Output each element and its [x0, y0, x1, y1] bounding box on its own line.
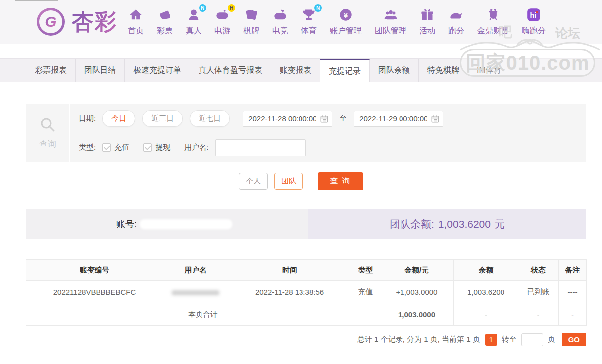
date-to-input[interactable] [354, 111, 443, 127]
nav-label: 团队管理 [375, 26, 406, 36]
tab-im-sports[interactable]: IM体育 [468, 59, 510, 82]
nav-label: 电游 [214, 26, 230, 36]
hot-badge: H [228, 4, 235, 12]
cell-status: 已到账 [518, 281, 559, 303]
nav-item-home[interactable]: 首页 [121, 8, 150, 36]
query-button[interactable]: 查 询 [318, 172, 363, 190]
nav-item-sports[interactable]: N 体育 [295, 8, 323, 36]
brand-logo-icon: G [37, 8, 65, 36]
username-input[interactable] [215, 139, 306, 156]
top-header: G 杏彩 首页 彩票 N 真人 H 电游 棋牌 电竞 N 体育 [0, 0, 602, 44]
nav-label: 嗨跑分 [522, 26, 546, 36]
team-balance-label: 团队余额: [390, 217, 434, 231]
jinding-cauldron-icon [486, 8, 500, 24]
deposit-checkbox-label: 充值 [114, 143, 129, 152]
goto-label: 转至 [502, 335, 517, 344]
goto-page-input[interactable] [521, 333, 543, 346]
nav-item-paofen[interactable]: 跑分 [442, 8, 471, 36]
hi-paofen-icon: hi [527, 8, 541, 24]
range-3days-pill[interactable]: 近三日 [142, 110, 183, 127]
tab-live-sports-pnl[interactable]: 真人体育盈亏报表 [190, 59, 271, 82]
tab-express-deposit-orders[interactable]: 极速充提订单 [125, 59, 190, 82]
go-button[interactable]: GO [562, 333, 586, 346]
paofen-rhino-icon [449, 8, 463, 24]
date-to-label: 至 [339, 114, 347, 123]
search-icon [39, 116, 56, 135]
withdraw-checkbox[interactable] [143, 143, 152, 152]
summary-label: 本页合计 [26, 303, 380, 326]
page-unit-label: 页 [548, 335, 555, 344]
report-tabbar: 彩票报表 团队日结 极速充提订单 真人体育盈亏报表 账变报表 充提记录 团队余额… [0, 58, 602, 82]
col-header-balance: 余额 [454, 260, 518, 281]
nav-item-hi-paofen[interactable]: hi 嗨跑分 [515, 8, 552, 36]
sports-trophy-icon [302, 8, 316, 24]
nav-item-account-mgmt[interactable]: ¥ 账户管理 [323, 8, 368, 36]
current-page-button[interactable]: 1 [485, 334, 497, 346]
cell-change-id: 20221128VBBBBEBCFC [26, 281, 163, 303]
live-dealer-icon [187, 8, 201, 24]
brand-logo[interactable]: G 杏彩 [37, 7, 117, 37]
lottery-ticket-icon [158, 8, 172, 24]
search-block-label: 查询 [39, 138, 56, 150]
nav-label: 电竞 [272, 26, 288, 36]
cell-time: 2022-11-28 13:38:56 [228, 281, 351, 303]
team-button[interactable]: 团队 [274, 173, 303, 190]
account-summary-bar: 账号: 团队余额: 1,003.6200 元 [26, 209, 586, 239]
col-header-change-id: 账变编号 [26, 260, 163, 281]
cards-icon [244, 8, 258, 24]
date-label: 日期: [79, 114, 96, 123]
col-header-amount: 金额/元 [380, 260, 454, 281]
tab-team-daily[interactable]: 团队日结 [76, 59, 125, 82]
search-block: 查询 [26, 104, 70, 162]
summary-status: - [518, 303, 559, 326]
tab-deposit-withdraw-records[interactable]: 充提记录 [320, 59, 370, 82]
summary-amount: 1,003.0000 [380, 303, 454, 326]
date-from-wrap [243, 111, 332, 127]
team-people-icon [384, 8, 398, 24]
nav-label: 体育 [301, 26, 317, 36]
username-label: 用户名: [184, 143, 208, 152]
range-today-pill[interactable]: 今日 [102, 110, 135, 127]
calendar-icon[interactable] [320, 114, 329, 123]
cell-amount: +1,003.0000 [380, 281, 454, 303]
tab-temian-chess[interactable]: 特免棋牌 [419, 59, 468, 82]
table-row: 20221128VBBBBEBCFC 2022-11-28 13:38:56 充… [26, 281, 587, 303]
summary-balance: - [454, 303, 518, 326]
nav-item-jinding-wealth[interactable]: 金鼎财富 [471, 8, 515, 36]
nav-item-live[interactable]: N 真人 [179, 8, 208, 36]
table-header-row: 账变编号 用户名 时间 类型 金额/元 余额 状态 备注 [26, 260, 587, 281]
nav-label: 跑分 [448, 26, 464, 36]
pagination-summary: 总计 1 个记录, 分为 1 页, 当前第 1 页 [357, 335, 480, 344]
col-header-status: 状态 [518, 260, 559, 281]
date-to-wrap [354, 111, 443, 127]
filter-form: 日期: 今日 近三日 近七日 至 类型: 充值 提现 [70, 104, 586, 162]
nav-item-activity[interactable]: 活动 [413, 8, 442, 36]
tab-lottery-report[interactable]: 彩票报表 [26, 59, 76, 82]
nav-item-chess-cards[interactable]: 棋牌 [237, 8, 266, 36]
nav-label: 账户管理 [330, 26, 362, 36]
action-buttons-row: 个人 团队 查 询 [0, 172, 602, 190]
date-from-input[interactable] [243, 111, 332, 127]
deposit-checkbox[interactable] [102, 143, 111, 152]
cell-type: 充值 [351, 281, 380, 303]
col-header-username: 用户名 [163, 260, 228, 281]
nav-label: 真人 [186, 26, 201, 36]
range-7days-pill[interactable]: 近七日 [190, 110, 230, 127]
account-section: 账号: [26, 209, 308, 239]
team-balance-section: 团队余额: 1,003.6200 元 [308, 209, 586, 239]
col-header-time: 时间 [228, 260, 351, 281]
pagination-bar: 总计 1 个记录, 分为 1 页, 当前第 1 页 1 转至 页 GO [26, 333, 586, 346]
filter-panel: 查询 日期: 今日 近三日 近七日 至 类型: 充值 [26, 104, 586, 162]
calendar-icon[interactable] [431, 114, 440, 123]
nav-item-lottery[interactable]: 彩票 [150, 8, 179, 36]
records-table: 账变编号 用户名 时间 类型 金额/元 余额 状态 备注 20221128VBB… [26, 259, 587, 326]
personal-button[interactable]: 个人 [239, 173, 268, 190]
nav-item-egames[interactable]: H 电游 [208, 8, 237, 36]
summary-remark: - [559, 303, 587, 326]
tab-account-change-report[interactable]: 账变报表 [271, 59, 320, 82]
nav-label: 彩票 [157, 26, 173, 36]
nav-item-esports[interactable]: 电竞 [266, 8, 295, 36]
tab-team-balance[interactable]: 团队余额 [370, 59, 419, 82]
redacted-account-value [140, 219, 232, 229]
nav-item-team-mgmt[interactable]: 团队管理 [368, 8, 413, 36]
